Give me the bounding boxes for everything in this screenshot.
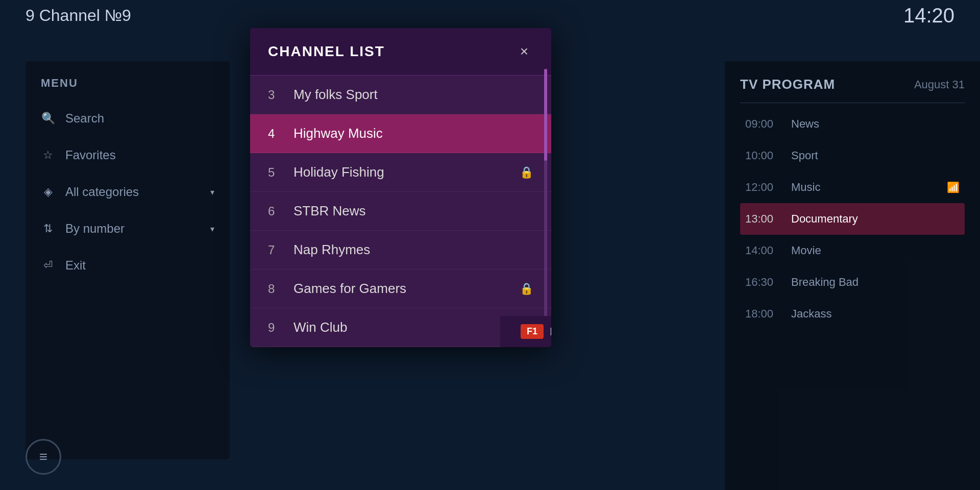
bar-chart-icon: 📶 (947, 181, 960, 193)
channel-list-title: CHANNEL LIST (268, 43, 385, 60)
channel-number: 8 (268, 282, 293, 296)
program-time: 10:00 (745, 149, 791, 162)
tv-program-header: TV PROGRAM August 31 (740, 77, 965, 92)
sidebar-item-by-number[interactable]: ⇅ By number ▾ (26, 210, 230, 247)
channel-item-8[interactable]: 8 Games for Gamers 🔒 (250, 270, 551, 308)
key-record[interactable]: F1 Record (521, 324, 551, 339)
channel-item-5[interactable]: 5 Holiday Fishing 🔒 (250, 153, 551, 192)
channel-name: Win Club (293, 320, 533, 335)
sidebar-item-label: All categories (65, 185, 139, 199)
exit-icon: ⏎ (41, 259, 55, 272)
program-time: 16:30 (745, 276, 791, 289)
sidebar-item-favorites[interactable]: ☆ Favorites (26, 137, 230, 174)
program-item-music[interactable]: 12:00 Music 📶 (740, 172, 965, 203)
channel-list-header: CHANNEL LIST × (250, 28, 551, 76)
top-bar: 9 Channel №9 14:20 (0, 0, 980, 31)
program-name: Movie (791, 244, 960, 257)
channel-info: 9 Channel №9 (26, 6, 131, 25)
scrollbar-thumb (544, 69, 547, 161)
sort-icon: ⇅ (41, 222, 55, 235)
program-item-sport[interactable]: 10:00 Sport (740, 140, 965, 172)
channel-number: 6 (268, 204, 293, 218)
channel-item-4[interactable]: 4 Highway Music (250, 114, 551, 153)
channel-number: 9 (268, 321, 293, 335)
search-icon: 🔍 (41, 112, 55, 125)
chevron-down-icon: ▾ (210, 224, 214, 234)
menu-title: MENU (26, 77, 230, 100)
f1-badge: F1 (521, 324, 544, 339)
channel-list-dialog: CHANNEL LIST × 3 My folks Sport 4 Highwa… (250, 28, 551, 347)
menu-panel: MENU 🔍 Search ☆ Favorites ◈ All categori… (26, 61, 230, 459)
scrollbar-track (544, 69, 547, 347)
record-label: Record (550, 325, 551, 338)
channel-item-3[interactable]: 3 My folks Sport (250, 76, 551, 114)
program-time: 14:00 (745, 244, 791, 257)
sidebar-item-exit[interactable]: ⏎ Exit (26, 247, 230, 284)
tv-program-title: TV PROGRAM (740, 77, 835, 92)
channel-name: STBR News (293, 203, 533, 219)
divider (740, 103, 965, 103)
sidebar-item-label: Exit (65, 258, 86, 273)
program-time: 18:00 (745, 307, 791, 321)
tv-program-date: August 31 (914, 78, 965, 91)
list-icon: ≡ (39, 449, 47, 465)
channel-item-6[interactable]: 6 STBR News (250, 192, 551, 231)
menu-button[interactable]: ≡ (26, 439, 61, 475)
channel-name: My folks Sport (293, 87, 533, 103)
program-time: 13:00 (745, 212, 791, 226)
channel-number: 3 (268, 88, 293, 102)
program-item-movie[interactable]: 14:00 Movie (740, 235, 965, 266)
program-item-jackass[interactable]: 18:00 Jackass (740, 298, 965, 330)
program-item-news[interactable]: 09:00 News (740, 108, 965, 140)
sidebar-item-label: Favorites (65, 148, 116, 162)
program-time: 12:00 (745, 181, 791, 194)
program-name: Jackass (791, 307, 960, 321)
close-button[interactable]: × (515, 42, 533, 61)
channel-number: 5 (268, 165, 293, 180)
program-item-documentary[interactable]: 13:00 Documentary (740, 203, 965, 235)
sidebar-item-label: Search (65, 111, 104, 126)
chevron-down-icon: ▾ (210, 187, 214, 197)
scrollbar[interactable] (544, 69, 547, 347)
sidebar-item-label: By number (65, 222, 125, 236)
bottom-bar: F1 Record F3 Favorite F4 TV guide (500, 316, 551, 347)
channel-name: Highway Music (293, 126, 533, 141)
program-name: Documentary (791, 212, 960, 226)
program-time: 09:00 (745, 117, 791, 131)
tv-program-panel: TV PROGRAM August 31 09:00 News 10:00 Sp… (725, 61, 980, 490)
program-name: News (791, 117, 960, 131)
categories-icon: ◈ (41, 185, 55, 199)
clock: 14:20 (903, 4, 954, 27)
program-name: Music (791, 181, 947, 194)
program-name: Sport (791, 149, 960, 162)
lock-icon: 🔒 (520, 166, 533, 179)
star-icon: ☆ (41, 149, 55, 162)
program-item-breaking-bad[interactable]: 16:30 Breaking Bad (740, 266, 965, 298)
lock-icon: 🔒 (520, 282, 533, 296)
program-name: Breaking Bad (791, 276, 960, 289)
sidebar-item-search[interactable]: 🔍 Search (26, 100, 230, 137)
channel-name: Holiday Fishing (293, 164, 520, 180)
channel-item-7[interactable]: 7 Nap Rhymes (250, 231, 551, 270)
channel-name: Nap Rhymes (293, 242, 533, 258)
channel-number: 4 (268, 127, 293, 141)
channel-number: 7 (268, 243, 293, 257)
channel-name: Games for Gamers (293, 281, 520, 297)
sidebar-item-all-categories[interactable]: ◈ All categories ▾ (26, 174, 230, 210)
